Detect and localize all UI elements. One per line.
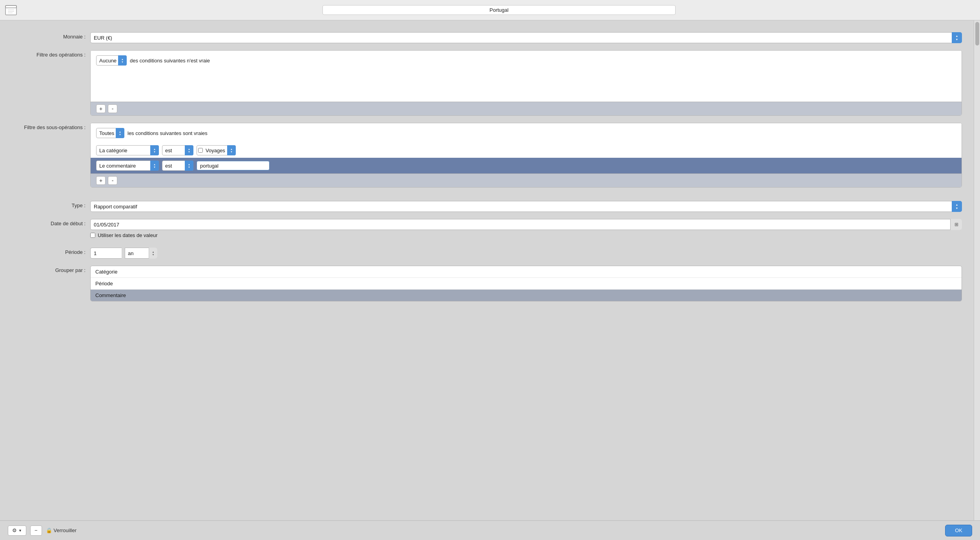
filtre-sous-ops-toolbar: + - [91,173,962,187]
filtre-ops-box: Aucune des conditions suivantes n'est vr… [90,50,962,116]
main-content: Monnaie : EUR (€) Filtre des opérations … [0,20,980,301]
monnaie-row: Monnaie : EUR (€) [12,32,962,43]
rule1-row: La catégorie est Voyages [91,143,962,158]
grouper-list: Catégorie Période Commentaire [90,266,962,301]
filtre-sous-ops-condition-select[interactable]: Toutes [96,128,124,138]
filtre-sous-ops-row: Filtre des sous-opérations : Toutes les … [12,123,962,188]
date-debut-row: Date de début : ⊞ Utiliser les dates de … [12,219,962,241]
grouper-item-categorie[interactable]: Catégorie [91,266,962,278]
filtre-sous-ops-condition-wrapper: Toutes [96,128,124,138]
verrouiller-label: Verrouiller [54,527,77,533]
filtre-ops-header: Aucune des conditions suivantes n'est vr… [91,51,962,70]
rule2-op-select[interactable]: est [162,161,193,171]
type-row: Type : Rapport comparatif [12,201,962,212]
rule1-value-select[interactable]: Voyages [197,145,236,155]
monnaie-label: Monnaie : [12,32,90,40]
filtre-sous-ops-remove-btn[interactable]: - [108,176,117,185]
filtre-ops-empty-area [91,70,962,102]
type-select[interactable]: Rapport comparatif [90,201,962,212]
monnaie-control: EUR (€) [90,32,962,43]
ok-button[interactable]: OK [945,525,972,536]
use-value-dates-row: Utiliser les dates de valeur [90,230,962,241]
filtre-ops-row: Filtre des opérations : Aucune des condi… [12,50,962,116]
grouper-par-control: Catégorie Période Commentaire [90,266,962,301]
monnaie-select-wrapper: EUR (€) [90,32,962,43]
periode-unit-wrap: an mois semaine [125,248,157,259]
rule1-field-wrapper: La catégorie [96,145,159,155]
scrollbar-track[interactable] [974,20,980,524]
monnaie-select[interactable]: EUR (€) [90,32,962,43]
rule2-field-wrapper: Le commentaire [96,161,159,171]
rule2-value-input[interactable] [197,161,270,170]
rule1-value-wrapper: Voyages [197,145,236,155]
gear-dropdown-arrow: ▼ [18,529,22,533]
date-debut-input[interactable] [90,219,962,230]
periode-label: Période : [12,248,90,255]
grouper-item-periode[interactable]: Période [91,278,962,290]
type-label: Type : [12,201,90,208]
app-icon [4,3,18,17]
filtre-sous-ops-header: Toutes les conditions suivantes sont vra… [91,123,962,143]
type-control: Rapport comparatif [90,201,962,212]
bottom-left: ⚙ ▼ − 🔒 Verrouiller [8,525,77,536]
grouper-item-commentaire[interactable]: Commentaire [91,290,962,301]
window-title: Portugal [322,5,676,15]
filtre-sous-ops-add-btn[interactable]: + [96,176,106,185]
filtre-ops-condition-text: des conditions suivantes n'est vraie [130,58,210,64]
gear-button[interactable]: ⚙ ▼ [8,525,26,536]
rule1-field-select[interactable]: La catégorie [96,145,159,155]
minus-icon: − [35,527,38,533]
filtre-ops-remove-btn[interactable]: - [108,104,117,113]
filtre-ops-condition-wrapper: Aucune [96,55,127,66]
grouper-par-row: Grouper par : Catégorie Période Commenta… [12,266,962,301]
filtre-sous-ops-control: Toutes les conditions suivantes sont vra… [90,123,962,188]
lock-icon: 🔒 [46,527,52,533]
filtre-sous-ops-box: Toutes les conditions suivantes sont vra… [90,123,962,188]
calendar-icon[interactable]: ⊞ [950,219,962,230]
date-input-wrap: ⊞ [90,219,962,230]
date-debut-label: Date de début : [12,219,90,226]
filtre-ops-control: Aucune des conditions suivantes n'est vr… [90,50,962,116]
filtre-sous-ops-condition-text: les conditions suivantes sont vraies [128,130,208,136]
periode-unit-select[interactable]: an mois semaine [125,248,157,259]
rule2-row: Le commentaire est [91,158,962,173]
rule2-op-wrapper: est [162,161,193,171]
periode-input-row: an mois semaine [90,248,962,259]
filtre-ops-condition-select[interactable]: Aucune [96,55,127,66]
rule1-op-wrapper: est [162,145,193,155]
lock-button[interactable]: 🔒 Verrouiller [46,527,77,533]
filtre-ops-toolbar: + - [91,102,962,115]
filtre-sous-ops-label: Filtre des sous-opérations : [12,123,90,130]
date-debut-control: ⊞ Utiliser les dates de valeur [90,219,962,241]
svg-rect-0 [5,5,16,15]
gear-icon: ⚙ [12,527,17,533]
periode-number-input[interactable] [90,248,122,259]
use-value-dates-checkbox[interactable] [90,233,95,238]
minus-button[interactable]: − [30,525,42,536]
title-wrap: Portugal [22,5,976,15]
periode-control: an mois semaine [90,248,962,259]
periode-row: Période : an mois semaine [12,248,962,259]
filtre-ops-label: Filtre des opérations : [12,50,90,58]
type-select-wrapper: Rapport comparatif [90,201,962,212]
scrollbar-thumb[interactable] [975,22,979,46]
grouper-par-label: Grouper par : [12,266,90,273]
bottom-bar: ⚙ ▼ − 🔒 Verrouiller OK [0,520,980,540]
rule1-op-select[interactable]: est [162,145,193,155]
use-value-dates-label: Utiliser les dates de valeur [98,232,157,238]
title-bar: Portugal [0,0,980,20]
rule2-field-select[interactable]: Le commentaire [96,161,159,171]
filtre-ops-add-btn[interactable]: + [96,104,106,113]
